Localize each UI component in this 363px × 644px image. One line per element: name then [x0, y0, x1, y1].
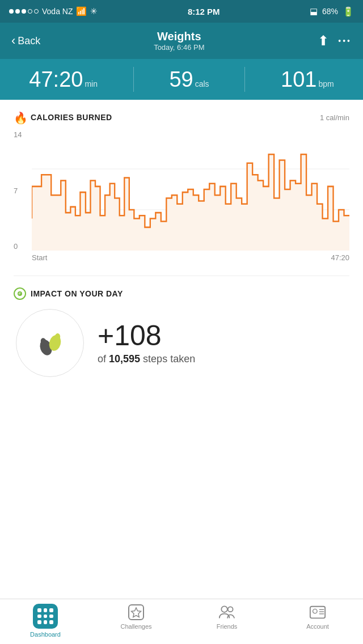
calories-svg: [32, 128, 349, 251]
duration-unit: min: [85, 79, 98, 88]
calories-header: 🔥 CALORIES BURNED 1 cal/min: [14, 111, 349, 124]
steps-count: +108: [98, 321, 195, 350]
y-axis-labels: 14 7 0: [14, 128, 29, 264]
chart-svg-area: [32, 128, 349, 251]
svg-rect-11: [310, 607, 325, 618]
target-icon: [14, 287, 26, 300]
flame-icon: 🔥: [14, 111, 26, 124]
account-icon: [309, 604, 326, 621]
svg-point-9: [221, 606, 227, 612]
challenges-icon: [128, 604, 145, 621]
people-icon: [218, 604, 235, 621]
bluetooth-icon: ⬓: [310, 6, 318, 16]
nav-right: ⬆ •••: [318, 33, 352, 49]
dash-dot-9: [49, 620, 53, 624]
status-bar: Voda NZ 📶 ✳ 8:12 PM ⬓ 68% 🔋: [0, 0, 363, 23]
dash-dot-2: [44, 608, 48, 612]
bpm-unit: bpm: [318, 79, 334, 88]
steps-suffix-label: steps taken: [143, 353, 195, 365]
bpm-value: 101: [281, 67, 316, 91]
target-center: [19, 293, 21, 295]
challenges-tab-label: Challenges: [120, 623, 151, 630]
steps-goal: 10,595: [109, 353, 140, 365]
calories-rate: 1 cal/min: [320, 113, 349, 122]
y-label-14: 14: [14, 130, 29, 139]
steps-icon-circle: [16, 309, 84, 377]
impact-section: IMPACT ON YOUR DAY +108 of 10,595: [0, 276, 363, 386]
battery-icon: 🔋: [343, 6, 354, 17]
dash-dot-4: [37, 615, 41, 618]
dot-5: [34, 9, 39, 14]
feet-svg: [30, 326, 70, 360]
status-left: Voda NZ 📶 ✳: [9, 6, 98, 16]
impact-title: IMPACT ON YOUR DAY: [31, 289, 123, 298]
svg-point-10: [228, 607, 233, 612]
dashboard-icon: [33, 604, 58, 629]
calories-chart: 14 7 0 Start 47:: [14, 128, 349, 264]
spacer-1: [0, 266, 363, 276]
calories-title-row: 🔥 CALORIES BURNED: [14, 111, 112, 124]
account-card-icon: [309, 604, 326, 621]
time-display: 8:12 PM: [188, 7, 220, 16]
wifi-icon: 📶: [76, 6, 87, 16]
steps-desc: of 10,595 steps taken: [98, 353, 195, 365]
calories-title: CALORIES BURNED: [31, 113, 112, 122]
dash-dot-6: [49, 615, 53, 618]
dash-dot-3: [49, 608, 53, 612]
duration-stat: 47:20min: [29, 69, 98, 90]
impact-header: IMPACT ON YOUR DAY: [14, 287, 349, 300]
y-label-0: 0: [14, 242, 29, 251]
calories-value: 59: [169, 67, 193, 91]
tab-bar: Dashboard Challenges Friends: [0, 599, 363, 644]
x-label-start: Start: [32, 253, 47, 262]
account-tab-label: Account: [306, 623, 329, 630]
chevron-left-icon: ‹: [11, 33, 15, 48]
dot-2: [15, 9, 20, 14]
main-content: 🔥 CALORIES BURNED 1 cal/min 14 7 0: [0, 100, 363, 599]
stat-divider-2: [244, 67, 245, 92]
calories-stat: 59cals: [169, 69, 209, 90]
tab-challenges[interactable]: Challenges: [91, 604, 182, 630]
bpm-stat: 101bpm: [281, 69, 334, 90]
activity-icon: ✳: [90, 6, 98, 16]
calories-unit: cals: [195, 79, 209, 88]
dash-dot-7: [37, 620, 41, 624]
dot-1: [9, 9, 14, 14]
tab-friends[interactable]: Friends: [182, 604, 272, 630]
carrier-label: Voda NZ: [42, 7, 73, 16]
dash-dot-5: [44, 615, 48, 618]
svg-point-12: [313, 609, 318, 613]
back-button[interactable]: ‹ Back: [11, 33, 40, 48]
share-icon[interactable]: ⬆: [318, 33, 329, 49]
steps-card: +108 of 10,595 steps taken: [14, 309, 349, 377]
calories-section: 🔥 CALORIES BURNED 1 cal/min 14 7 0: [0, 100, 363, 264]
star-icon: [128, 604, 145, 621]
nav-title: Weights: [154, 30, 204, 43]
x-label-end: 47:20: [331, 253, 349, 262]
dashboard-tab-label: Dashboard: [30, 631, 61, 638]
signal-dots: [9, 9, 39, 14]
svg-marker-8: [132, 608, 141, 617]
battery-label: 68%: [322, 7, 338, 16]
nav-title-block: Weights Today, 6:46 PM: [154, 30, 204, 52]
friends-tab-label: Friends: [217, 623, 238, 630]
tab-dashboard[interactable]: Dashboard: [0, 604, 91, 638]
dash-dot-8: [44, 620, 48, 624]
dash-dot-1: [37, 608, 41, 612]
target-inner: [18, 291, 22, 296]
more-options-icon[interactable]: •••: [338, 36, 352, 45]
status-right: ⬓ 68% 🔋: [310, 6, 354, 17]
duration-value: 47:20: [29, 67, 83, 91]
back-label: Back: [18, 35, 40, 47]
dot-4: [28, 9, 32, 14]
tab-account[interactable]: Account: [272, 604, 363, 630]
stat-divider-1: [133, 67, 134, 92]
nav-bar: ‹ Back Weights Today, 6:46 PM ⬆ •••: [0, 23, 363, 59]
dot-3: [22, 9, 26, 14]
stats-bar: 47:20min 59cals 101bpm: [0, 59, 363, 100]
steps-of-label: of: [98, 353, 106, 365]
steps-text-block: +108 of 10,595 steps taken: [98, 321, 195, 365]
x-axis-labels: Start 47:20: [32, 251, 349, 264]
nav-subtitle: Today, 6:46 PM: [154, 43, 204, 52]
friends-icon: [218, 604, 235, 621]
